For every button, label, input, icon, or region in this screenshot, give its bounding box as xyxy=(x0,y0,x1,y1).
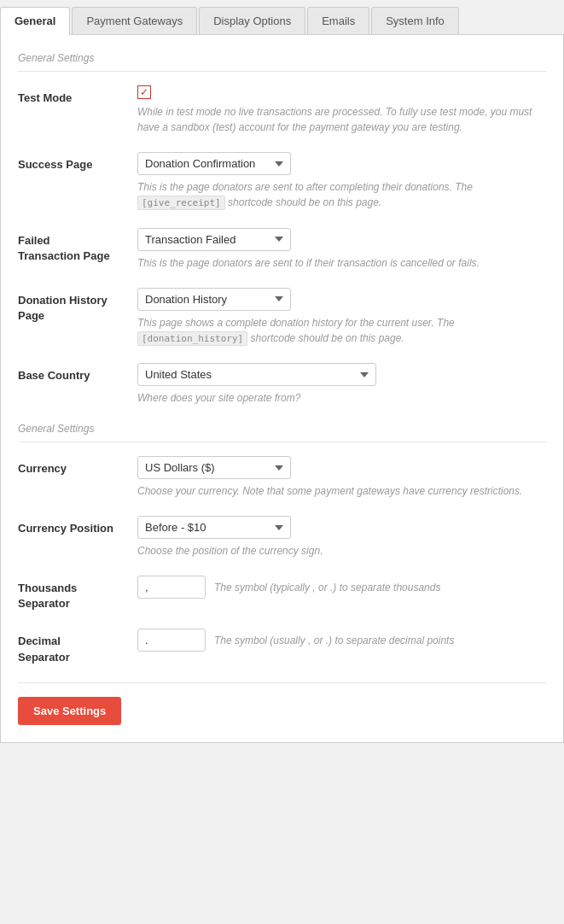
tab-display-options[interactable]: Display Options xyxy=(199,7,305,34)
success-page-select[interactable]: Donation Confirmation Home About xyxy=(137,152,291,175)
give-receipt-code: [give_receipt] xyxy=(137,196,225,210)
test-mode-desc: While in test mode no live transactions … xyxy=(137,104,546,135)
failed-transaction-desc: This is the page donators are sent to if… xyxy=(137,255,546,271)
thousands-separator-desc: The symbol (typically , or .) to separat… xyxy=(214,580,440,595)
decimal-separator-input[interactable] xyxy=(137,629,206,652)
save-settings-button[interactable]: Save Settings xyxy=(18,697,121,725)
base-country-select[interactable]: United States Canada United Kingdom Aust… xyxy=(137,363,376,386)
currency-control: US Dollars ($) Euros (€) British Pounds … xyxy=(137,456,546,499)
donation-history-code: [donation_history] xyxy=(137,331,247,346)
failed-transaction-label: FailedTransaction Page xyxy=(18,228,137,264)
tab-payment-gateways[interactable]: Payment Gateways xyxy=(72,7,197,34)
donation-history-label: Donation HistoryPage xyxy=(18,288,137,324)
currency-position-select[interactable]: Before - $10 After - 10$ xyxy=(137,516,291,539)
tab-system-info[interactable]: System Info xyxy=(371,7,459,34)
section1-heading: General Settings xyxy=(18,52,546,72)
currency-position-control: Before - $10 After - 10$ Choose the posi… xyxy=(137,516,546,558)
currency-label: Currency xyxy=(18,456,137,477)
donation-history-desc: This page shows a complete donation hist… xyxy=(137,315,546,347)
donation-history-row: Donation HistoryPage Donation History Ho… xyxy=(18,288,546,347)
decimal-separator-label: DecimalSeparator xyxy=(18,629,137,664)
currency-select[interactable]: US Dollars ($) Euros (€) British Pounds … xyxy=(137,456,291,479)
tab-emails[interactable]: Emails xyxy=(307,7,369,34)
test-mode-control: ✓ While in test mode no live transaction… xyxy=(137,85,546,135)
currency-position-desc: Choose the position of the currency sign… xyxy=(137,543,546,558)
success-page-row: Success Page Donation Confirmation Home … xyxy=(18,152,546,211)
thousands-separator-control: The symbol (typically , or .) to separat… xyxy=(137,576,546,599)
tabs-bar: General Payment Gateways Display Options… xyxy=(0,0,564,35)
save-bar: Save Settings xyxy=(18,682,546,725)
thousands-separator-label: ThousandsSeparator xyxy=(18,576,137,611)
thousands-separator-input[interactable] xyxy=(137,576,206,599)
donation-history-select[interactable]: Donation History Home About xyxy=(137,288,291,311)
currency-position-label: Currency Position xyxy=(18,516,137,536)
thousands-separator-row: ThousandsSeparator The symbol (typically… xyxy=(18,576,546,611)
decimal-separator-control: The symbol (usually , or .) to separate … xyxy=(137,629,546,652)
base-country-desc: Where does your site operate from? xyxy=(137,390,546,406)
base-country-control: United States Canada United Kingdom Aust… xyxy=(137,363,546,406)
currency-row: Currency US Dollars ($) Euros (€) Britis… xyxy=(18,456,546,499)
success-page-desc: This is the page donators are sent to af… xyxy=(137,179,546,211)
success-page-control: Donation Confirmation Home About This is… xyxy=(137,152,546,211)
checkmark-icon: ✓ xyxy=(140,87,148,97)
failed-transaction-select[interactable]: Transaction Failed Home About xyxy=(137,228,291,251)
failed-transaction-row: FailedTransaction Page Transaction Faile… xyxy=(18,228,546,271)
decimal-separator-desc: The symbol (usually , or .) to separate … xyxy=(214,633,454,648)
section2-heading: General Settings xyxy=(18,423,546,442)
base-country-label: Base Country xyxy=(18,363,137,383)
test-mode-label: Test Mode xyxy=(18,85,137,106)
tab-general[interactable]: General xyxy=(0,7,70,35)
test-mode-row: Test Mode ✓ While in test mode no live t… xyxy=(18,85,546,135)
currency-position-row: Currency Position Before - $10 After - 1… xyxy=(18,516,546,558)
currency-desc: Choose your currency. Note that some pay… xyxy=(137,483,546,499)
decimal-separator-row: DecimalSeparator The symbol (usually , o… xyxy=(18,629,546,664)
settings-content: General Settings Test Mode ✓ While in te… xyxy=(0,35,564,743)
base-country-row: Base Country United States Canada United… xyxy=(18,363,546,406)
test-mode-checkbox[interactable]: ✓ xyxy=(137,85,151,99)
failed-transaction-control: Transaction Failed Home About This is th… xyxy=(137,228,546,271)
donation-history-control: Donation History Home About This page sh… xyxy=(137,288,546,347)
success-page-label: Success Page xyxy=(18,152,137,173)
